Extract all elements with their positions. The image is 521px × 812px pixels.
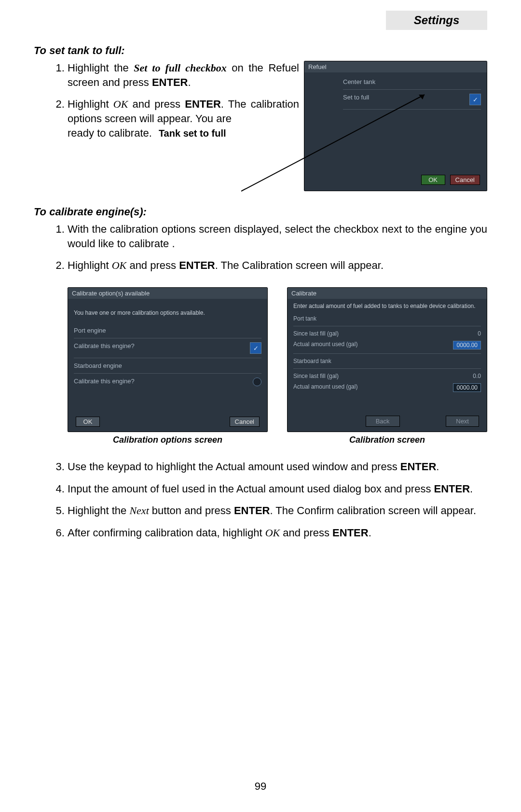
key-enter: ENTER <box>332 527 369 539</box>
key-enter: ENTER <box>234 504 270 517</box>
cal-stbd-tank: Starboard tank <box>293 358 331 364</box>
calibration-options-screenshot: Calibrate option(s) available You have o… <box>68 287 268 432</box>
calopt-caption: Calibration options screen <box>68 435 268 445</box>
heading-set-tank-full: To set tank to full: <box>34 44 487 57</box>
text: . <box>436 461 439 473</box>
text: and press <box>128 98 185 110</box>
text: After confirming calibration data, highl… <box>68 527 265 539</box>
calopt-msg: You have one or more calibration options… <box>74 309 261 316</box>
text: and press <box>280 527 332 539</box>
cal-step-3: Use the keypad to highlight the Actual a… <box>68 460 487 474</box>
cal-port-tank: Port tank <box>293 315 316 322</box>
term-ok: OK <box>113 98 128 110</box>
text: Highlight the <box>68 62 134 74</box>
refuel-ok-button[interactable]: OK <box>421 175 445 185</box>
cal-title: Calibrate <box>288 288 487 299</box>
text: . <box>188 76 191 88</box>
text: . <box>470 483 473 495</box>
refuel-screenshot: Refuel Center tank Set to full ✓ OK Canc… <box>304 61 487 191</box>
calopt-stbd-checkbox[interactable] <box>253 378 261 386</box>
text: ready to calibrate. <box>68 126 152 140</box>
page-number: 99 <box>0 780 521 793</box>
cal-step-6: After confirming calibration data, highl… <box>68 526 487 540</box>
key-enter: ENTER <box>434 483 470 495</box>
text: Highlight <box>68 98 113 110</box>
text: and press <box>126 259 179 271</box>
term-set-to-full-checkbox: Set to full checkbox <box>134 62 226 74</box>
cal-next-button[interactable]: Next <box>446 416 479 427</box>
cal-stbd-since-label: Since last fill (gal) <box>293 373 339 379</box>
calopt-cancel-button[interactable]: Cancel <box>230 417 260 427</box>
text: Highlight the <box>68 504 129 517</box>
step-2: Highlight OK and press ENTER. The calibr… <box>68 97 299 140</box>
calopt-port-q: Calibrate this engine? <box>74 342 135 354</box>
calopt-stbd-q: Calibrate this engine? <box>74 378 135 386</box>
cal-step-1: With the calibration options screen disp… <box>68 222 487 251</box>
cal-caption: Calibration screen <box>287 435 487 445</box>
text: . The Calibration screen will appear. <box>215 259 384 271</box>
cal-port-since-val: 0 <box>478 330 481 337</box>
calibration-screenshot: Calibrate Enter actual amount of fuel ad… <box>287 287 487 432</box>
text: With the calibration options screen disp… <box>68 223 487 250</box>
callout-tank-set-full: Tank set to full <box>159 127 226 140</box>
step-1: Highlight the Set to full checkbox on th… <box>68 61 299 89</box>
refuel-center-tank: Center tank <box>343 78 375 85</box>
cal-port-actual-label: Actual amount used (gal) <box>293 341 357 350</box>
key-enter: ENTER <box>152 76 188 88</box>
text: Use the keypad to highlight the Actual a… <box>68 461 400 473</box>
term-ok: OK <box>265 527 280 539</box>
refuel-title: Refuel <box>304 61 487 72</box>
text: Highlight <box>68 259 112 271</box>
calopt-ok-button[interactable]: OK <box>76 417 100 427</box>
cal-step-2: Highlight OK and press ENTER. The Calibr… <box>68 258 487 273</box>
cal-msg: Enter actual amount of fuel added to tan… <box>293 303 481 309</box>
section-tab: Settings <box>386 11 487 30</box>
cal-step-5: Highlight the Next button and press ENTE… <box>68 504 487 518</box>
refuel-set-to-full-label: Set to full <box>343 94 369 105</box>
calopt-port-engine: Port engine <box>74 327 106 334</box>
term-ok: OK <box>112 259 127 271</box>
cal-stbd-since-val: 0.0 <box>473 373 481 379</box>
refuel-cancel-button[interactable]: Cancel <box>450 175 480 185</box>
calopt-title: Calibrate option(s) available <box>68 288 267 299</box>
key-enter: ENTER <box>179 259 215 271</box>
cal-port-since-label: Since last fill (gal) <box>293 330 339 337</box>
set-to-full-checkbox[interactable]: ✓ <box>469 94 481 105</box>
text: . The Confirm calibration screen will ap… <box>270 504 476 517</box>
term-next: Next <box>129 504 149 517</box>
cal-stbd-actual-input[interactable]: 0000.00 <box>453 383 481 392</box>
cal-port-actual-input[interactable]: 0000.00 <box>453 341 481 350</box>
calopt-port-checkbox[interactable]: ✓ <box>250 342 261 354</box>
cal-step-4: Input the amount of fuel used in the Act… <box>68 482 487 496</box>
text: Input the amount of fuel used in the Act… <box>68 483 434 495</box>
text: . <box>369 527 371 539</box>
heading-calibrate-engines: To calibrate engine(s): <box>34 206 487 218</box>
key-enter: ENTER <box>400 461 437 473</box>
cal-stbd-actual-label: Actual amount used (gal) <box>293 383 357 392</box>
calopt-stbd-engine: Starboard engine <box>74 362 122 369</box>
cal-back-button[interactable]: Back <box>366 416 400 427</box>
key-enter: ENTER <box>185 98 221 110</box>
text: button and press <box>149 504 234 517</box>
